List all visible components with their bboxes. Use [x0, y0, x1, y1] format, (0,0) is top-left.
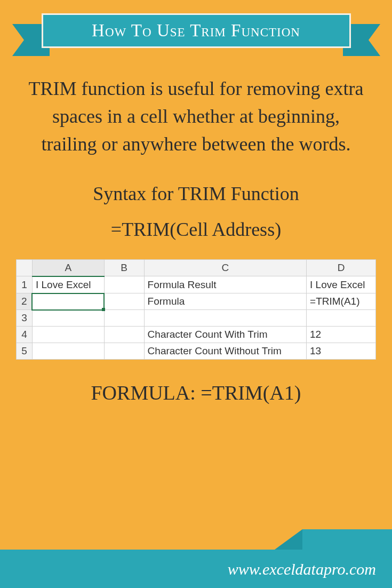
row-header: 3: [17, 310, 33, 327]
table-row: 5 Character Count Without Trim 13: [17, 343, 376, 360]
footer-url: www.exceldatapro.com: [228, 560, 376, 578]
syntax-formula: =TRIM(Cell Address): [27, 218, 365, 241]
cell-d3: [307, 310, 376, 327]
header-ribbon: How To Use Trim Function: [18, 13, 375, 53]
col-header-c: C: [144, 259, 306, 276]
cell-a5: [32, 343, 104, 360]
table-row: 3: [17, 310, 376, 327]
cell-d1: I Love Excel: [307, 276, 376, 293]
cell-b3: [104, 310, 144, 327]
col-header-b: B: [104, 259, 144, 276]
syntax-label: Syntax for TRIM Function: [27, 182, 365, 205]
page-title: How To Use Trim Function: [92, 21, 300, 41]
cell-d5: 13: [307, 343, 376, 360]
description-text: TRIM function is useful for removing ext…: [27, 75, 365, 158]
row-header: 2: [17, 293, 33, 310]
row-header: 1: [17, 276, 33, 293]
table-row: 4 Character Count With Trim 12: [17, 327, 376, 343]
cell-c5: Character Count Without Trim: [144, 343, 306, 360]
header-row: A B C D: [17, 259, 376, 276]
col-header-d: D: [307, 259, 376, 276]
cell-d4: 12: [307, 327, 376, 343]
cell-a2-selected: [32, 293, 104, 310]
cell-c1: Formula Result: [144, 276, 306, 293]
row-header: 4: [17, 327, 33, 343]
cell-d2: =TRIM(A1): [307, 293, 376, 310]
cell-c2: Formula: [144, 293, 306, 310]
cell-c4: Character Count With Trim: [144, 327, 306, 343]
cell-a1: I Love Excel: [32, 276, 104, 293]
formula-line: FORMULA: =TRIM(A1): [0, 381, 392, 404]
cell-c3: [144, 310, 306, 327]
cell-b5: [104, 343, 144, 360]
footer-tab: [302, 529, 392, 550]
row-header: 5: [17, 343, 33, 360]
cell-b4: [104, 327, 144, 343]
footer-triangle-icon: [275, 529, 302, 550]
table-row: 2 Formula =TRIM(A1): [17, 293, 376, 310]
corner-cell: [17, 259, 33, 276]
spreadsheet: A B C D 1 I Love Excel Formula Result I …: [16, 259, 376, 360]
cell-a3: [32, 310, 104, 327]
ribbon-main: How To Use Trim Function: [42, 13, 351, 48]
cell-b1: [104, 276, 144, 293]
cell-b2: [104, 293, 144, 310]
table-row: 1 I Love Excel Formula Result I Love Exc…: [17, 276, 376, 293]
cell-a4: [32, 327, 104, 343]
col-header-a: A: [32, 259, 104, 276]
